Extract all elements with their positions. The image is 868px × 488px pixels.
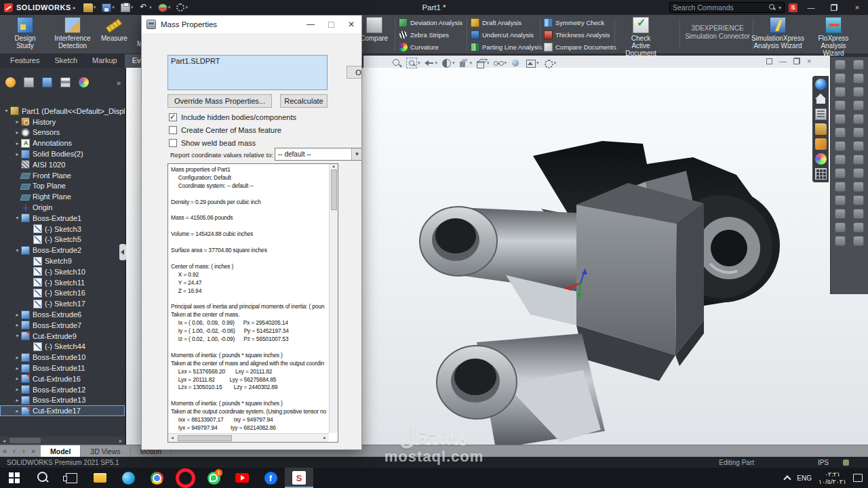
doc-restore-button[interactable] (793, 58, 800, 64)
tree-item[interactable]: Right Plane (0, 191, 125, 202)
design-library-icon[interactable] (815, 108, 827, 120)
dropdown-arrow-icon[interactable]: ▼ (351, 148, 362, 160)
expander-icon[interactable]: ▸ (14, 365, 21, 371)
scroll-left-icon[interactable]: ◄ (0, 439, 8, 443)
3dexperience-simulation-connector-button[interactable]: 3DEXPERIENCE Simulation Connector (684, 24, 751, 41)
checkbox-icon[interactable] (169, 139, 177, 147)
tab-markup[interactable]: Markup (85, 54, 125, 68)
tab-model[interactable]: Model (41, 445, 81, 457)
compare-documents-button[interactable]: Compare Documents (544, 41, 616, 53)
right-toolbar-icon[interactable] (835, 73, 846, 83)
measure-button[interactable]: Measure (98, 16, 131, 51)
tree-item[interactable]: (-) Sketch17 (0, 298, 125, 309)
tree-item[interactable]: ▸ Annotations (0, 138, 125, 148)
open-document-icon[interactable]: ▾ (81, 3, 98, 12)
mass-properties-report[interactable]: Mass properties of Part1 Configuration: … (167, 163, 338, 443)
coordinate-system-dropdown[interactable]: -- default -- ▼ (275, 148, 362, 161)
dialog-titlebar[interactable]: Mass Properties — ✕ (142, 16, 361, 33)
edit-appearance-icon[interactable] (509, 58, 522, 68)
include-hidden-bodies-checkbox[interactable]: Include hidden bodies/components (169, 110, 296, 123)
tree-item[interactable]: ▸ Boss-Extrude7 (0, 320, 125, 331)
units-selector[interactable]: IPS (818, 459, 829, 466)
simulationxpress-wizard-button[interactable]: SimulationXpress Analysis Wizard (755, 16, 800, 51)
tree-item[interactable]: ▾ Part1 (Default<<Default>_Display S (0, 106, 125, 117)
deviation-analysis-button[interactable]: Deviation Analysis (399, 17, 462, 28)
right-toolbar-icon[interactable] (835, 127, 846, 138)
options-button[interactable]: Opt (347, 66, 362, 79)
tree-item[interactable]: ▸ Cut-Extrude16 (0, 373, 125, 384)
tree-item[interactable]: ▸ Sensors (0, 127, 125, 138)
dialog-minimize-button[interactable]: — (300, 16, 321, 33)
tree-item[interactable]: ▸ History (0, 117, 125, 127)
file-explorer-icon[interactable] (85, 468, 114, 488)
right-toolbar-icon[interactable] (853, 222, 864, 232)
expander-icon[interactable]: ▸ (14, 408, 21, 414)
hidden-icons-chevron[interactable] (784, 475, 791, 483)
checkbox-icon[interactable] (169, 126, 177, 134)
tab-sketch[interactable]: Sketch (47, 54, 85, 68)
solidworks-resources-home-icon[interactable] (815, 94, 827, 105)
right-toolbar-icon[interactable] (835, 195, 846, 205)
right-toolbar-icon[interactable] (835, 87, 846, 97)
scroll-tabs-right-icon[interactable]: › (19, 445, 28, 457)
featuremanager-tab-icon[interactable] (5, 77, 16, 87)
tree-item[interactable]: Origin (0, 202, 125, 213)
configurationmanager-tab-icon[interactable] (42, 77, 52, 87)
tree-item[interactable]: Front Plane (0, 170, 125, 181)
taskbar-search-button[interactable] (28, 468, 57, 488)
doc-minimize-button[interactable]: — (779, 57, 787, 65)
dimxpertmanager-tab-icon[interactable] (79, 77, 89, 87)
tree-item[interactable]: ▾ Boss-Extrude1 (0, 213, 125, 224)
file-explorer-pane-icon[interactable] (815, 123, 827, 135)
displaymanager-tab-icon[interactable] (60, 77, 71, 87)
tree-item[interactable]: ▸ Boss-Extrude13 (0, 395, 125, 406)
appearances-icon[interactable] (815, 138, 827, 150)
help-button[interactable]: Help (173, 449, 210, 450)
right-toolbar-icon[interactable] (835, 222, 846, 232)
whatsapp-icon[interactable]: 1 (199, 468, 228, 488)
tree-item[interactable]: Sketch9 (0, 256, 125, 266)
search-input[interactable] (673, 3, 766, 12)
language-indicator[interactable]: ENG (797, 474, 812, 482)
scenes-icon[interactable] (815, 153, 827, 165)
expander-icon[interactable]: ▾ (14, 247, 21, 253)
options-gear-icon[interactable]: ▾ (174, 3, 190, 12)
tree-item[interactable]: (-) Sketch11 (0, 277, 125, 288)
start-button[interactable] (0, 468, 28, 488)
right-toolbar-icon[interactable] (835, 141, 846, 151)
restore-button[interactable] (825, 0, 844, 15)
expander-icon[interactable]: ▾ (3, 108, 10, 114)
hide-show-items-icon[interactable]: ▾ (492, 58, 508, 68)
menu-expand-icon[interactable]: ▸ (73, 5, 76, 11)
expander-icon[interactable]: ▸ (14, 119, 21, 125)
right-toolbar-icon[interactable] (853, 127, 864, 138)
tree-item[interactable]: ▾ Cut-Extrude9 (0, 331, 125, 342)
right-toolbar-icon[interactable] (853, 141, 864, 151)
check-active-document-button[interactable]: Check Active Document (618, 16, 663, 58)
right-toolbar-icon[interactable] (835, 236, 846, 246)
expander-icon[interactable]: ▸ (14, 151, 21, 157)
interference-detection-button[interactable]: Interference Detection (50, 16, 95, 51)
facebook-icon[interactable] (256, 468, 285, 488)
propertymanager-tab-icon[interactable] (24, 77, 34, 87)
create-center-of-mass-checkbox[interactable]: Create Center of Mass feature (169, 123, 296, 136)
undercut-analysis-button[interactable]: Undercut Analysis (471, 29, 542, 41)
print-icon[interactable]: ▾ (119, 3, 136, 12)
apply-scene-icon[interactable]: ▾ (524, 58, 540, 68)
expander-icon[interactable]: ▸ (14, 354, 21, 361)
zoom-area-icon[interactable]: ▾ (406, 58, 421, 68)
print-button[interactable]: Print... (247, 449, 292, 450)
doc-pane-icon[interactable] (766, 58, 772, 64)
tree-scrollbar[interactable]: ◄ ► (0, 436, 125, 445)
panel-splitter-handle[interactable] (119, 244, 126, 260)
close-button[interactable]: × (848, 0, 867, 15)
right-toolbar-icon[interactable] (853, 100, 864, 110)
expander-icon[interactable]: ▾ (14, 215, 21, 221)
view-settings-icon[interactable]: ▾ (542, 58, 557, 68)
parting-line-analysis-button[interactable]: Parting Line Analysis (471, 41, 542, 53)
search-icon[interactable] (769, 4, 776, 11)
minimize-button[interactable]: — (802, 0, 821, 15)
section-view-icon[interactable]: ▾ (440, 58, 456, 68)
tree-item[interactable]: Top Plane (0, 181, 125, 192)
tree-item[interactable]: (-) Sketch16 (0, 288, 125, 299)
